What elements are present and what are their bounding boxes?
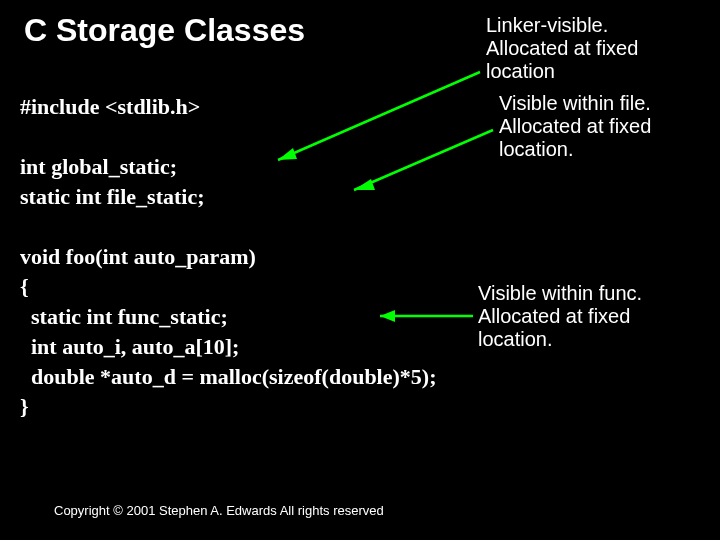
svg-marker-5 (380, 310, 395, 322)
arrow-func (0, 0, 720, 540)
copyright-footer: Copyright © 2001 Stephen A. Edwards All … (54, 503, 384, 518)
